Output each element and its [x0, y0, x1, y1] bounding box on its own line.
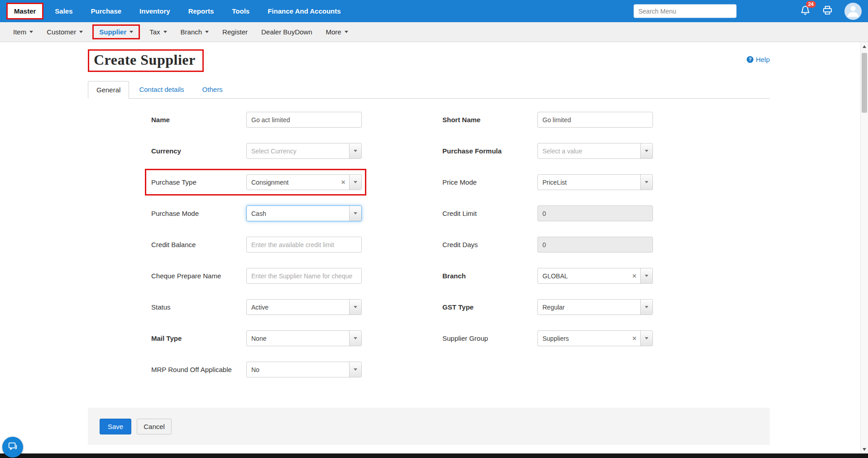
- tab-contact-details[interactable]: Contact details: [131, 81, 192, 99]
- supplier-group-select[interactable]: Suppliers ✕: [537, 330, 653, 346]
- nav-item-sales[interactable]: Sales: [48, 3, 79, 19]
- nav-item-reports[interactable]: Reports: [182, 3, 221, 19]
- nav-item-inventory[interactable]: Inventory: [133, 3, 177, 19]
- clear-icon[interactable]: ✕: [628, 273, 640, 279]
- nav-item-finance-and-accounts[interactable]: Finance And Accounts: [261, 3, 347, 19]
- help-link[interactable]: ? Help: [747, 56, 770, 63]
- subnav-item-more[interactable]: More: [319, 24, 355, 39]
- select-value: Select Currency: [247, 148, 349, 155]
- window-edge: [0, 453, 868, 458]
- notifications-button[interactable]: 24: [800, 5, 810, 17]
- field-label: Name: [151, 115, 246, 124]
- field-label: Purchase Formula: [442, 146, 537, 156]
- help-label: Help: [756, 56, 770, 63]
- subnav-item-label: Tax: [149, 28, 160, 36]
- form-row-credit-days: Credit Days: [442, 229, 655, 260]
- clear-icon[interactable]: ✕: [337, 179, 349, 186]
- bell-icon: [800, 9, 810, 17]
- tab-others[interactable]: Others: [194, 81, 231, 99]
- cancel-button[interactable]: Cancel: [137, 419, 172, 434]
- scrollbar-thumb[interactable]: [862, 53, 867, 113]
- subnav-item-label: Item: [13, 28, 26, 36]
- field-label: Credit Balance: [151, 240, 246, 249]
- chevron-down-icon: [354, 306, 357, 308]
- currency-select[interactable]: Select Currency: [246, 143, 362, 159]
- cheque-prepare-name-input[interactable]: [246, 268, 362, 284]
- tab-general[interactable]: General: [88, 81, 129, 99]
- field-label: Credit Days: [442, 240, 537, 249]
- dropdown-toggle[interactable]: [349, 331, 361, 346]
- vertical-scrollbar[interactable]: [860, 42, 868, 453]
- purchase-mode-select[interactable]: Cash: [246, 205, 362, 221]
- short-name-input[interactable]: [537, 112, 653, 128]
- save-button[interactable]: Save: [100, 419, 131, 434]
- status-select[interactable]: Active: [246, 299, 362, 315]
- form-row-credit-balance: Credit Balance: [151, 229, 362, 260]
- branch-select[interactable]: GLOBAL ✕: [537, 268, 653, 284]
- nav-item-master[interactable]: Master: [6, 3, 43, 19]
- subnav-item-label: Register: [222, 28, 248, 36]
- field-label: Currency: [151, 146, 246, 156]
- name-input[interactable]: [246, 112, 362, 128]
- form-row-status: Status Active: [151, 291, 362, 323]
- subnav-item-item[interactable]: Item: [6, 24, 40, 39]
- dropdown-toggle[interactable]: [640, 331, 652, 346]
- subnav-item-label: Customer: [47, 28, 76, 36]
- subnav-item-branch[interactable]: Branch: [174, 24, 216, 39]
- field-label: Supplier Group: [442, 334, 537, 343]
- mail-type-select[interactable]: None: [246, 330, 362, 346]
- chevron-down-icon: [645, 306, 648, 308]
- purchase-type-select[interactable]: Consignment ✕: [246, 174, 362, 190]
- select-value: Cash: [247, 210, 349, 217]
- purchase-formula-select[interactable]: Select a value: [537, 143, 653, 159]
- search-input[interactable]: [633, 4, 737, 18]
- dropdown-toggle[interactable]: [640, 175, 652, 190]
- supplier-form: Name Currency Select Currency Purchase T…: [88, 104, 770, 385]
- dropdown-toggle[interactable]: [640, 268, 652, 283]
- scroll-up-arrow[interactable]: [861, 43, 868, 50]
- field-label: Short Name: [442, 115, 537, 124]
- field-label: GST Type: [442, 302, 537, 312]
- form-row-short-name: Short Name: [442, 104, 655, 135]
- form-row-purchase-type: Purchase Type Consignment ✕: [151, 167, 362, 198]
- main-content: Create Supplier ? Help General Contact d…: [0, 49, 868, 445]
- nav-item-purchase[interactable]: Purchase: [84, 3, 129, 19]
- print-button[interactable]: [822, 5, 833, 17]
- dropdown-toggle[interactable]: [640, 300, 652, 315]
- field-label: Cheque Prepare Name: [151, 271, 246, 281]
- clear-icon[interactable]: ✕: [628, 335, 640, 342]
- dropdown-toggle[interactable]: [349, 300, 361, 315]
- subnav-item-customer[interactable]: Customer: [40, 24, 90, 39]
- form-row-gst-type: GST Type Regular: [442, 291, 655, 323]
- chat-widget-button[interactable]: [2, 437, 23, 458]
- dropdown-toggle[interactable]: [349, 143, 361, 158]
- price-mode-select[interactable]: PriceList: [537, 174, 653, 190]
- scroll-down-arrow[interactable]: [861, 446, 868, 453]
- select-value: Consignment: [247, 179, 337, 186]
- credit-balance-input[interactable]: [246, 237, 362, 253]
- avatar[interactable]: [844, 3, 862, 20]
- form-row-price-mode: Price Mode PriceList: [442, 167, 655, 198]
- dropdown-toggle[interactable]: [349, 175, 361, 190]
- gst-type-select[interactable]: Regular: [537, 299, 653, 315]
- form-row-credit-limit: Credit Limit: [442, 198, 655, 229]
- chevron-down-icon: [205, 31, 209, 33]
- select-value: Active: [247, 304, 349, 311]
- subnav-item-supplier[interactable]: Supplier: [92, 24, 140, 39]
- subnav-item-tax[interactable]: Tax: [143, 24, 173, 39]
- subnav-item-register[interactable]: Register: [216, 24, 254, 39]
- top-nav-items: Master Sales Purchase Inventory Reports …: [6, 3, 348, 19]
- select-value: PriceList: [538, 179, 640, 186]
- subnav-item-dealer-buydown[interactable]: Dealer BuyDown: [254, 24, 319, 39]
- nav-item-tools[interactable]: Tools: [225, 3, 256, 19]
- chevron-down-icon: [354, 212, 357, 215]
- dropdown-toggle[interactable]: [349, 206, 361, 221]
- help-icon: ?: [747, 56, 753, 63]
- chevron-down-icon: [163, 31, 167, 33]
- top-nav-utilities: 24: [633, 3, 862, 20]
- dropdown-toggle[interactable]: [640, 143, 652, 158]
- mrp-round-off-select[interactable]: No: [246, 362, 362, 377]
- printer-icon: [822, 5, 833, 17]
- dropdown-toggle[interactable]: [349, 362, 361, 377]
- select-value: GLOBAL: [538, 272, 628, 280]
